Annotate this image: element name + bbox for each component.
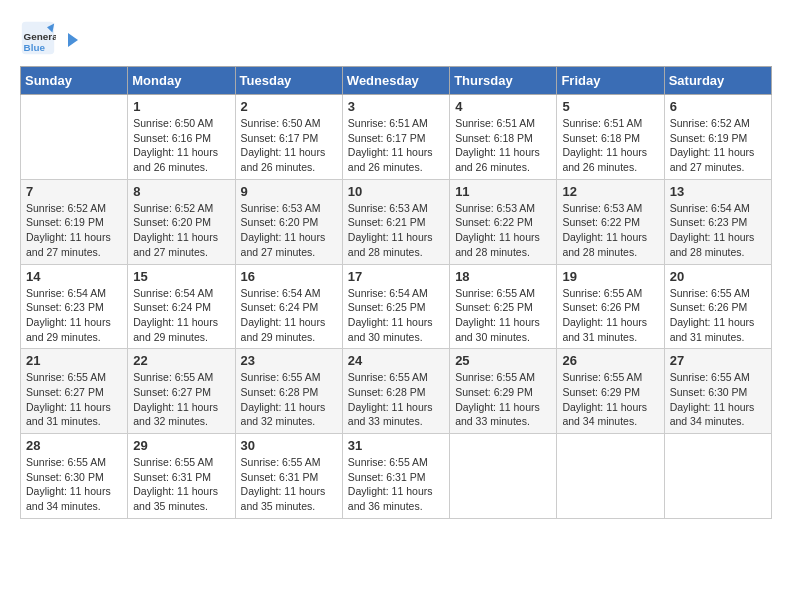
svg-text:General: General [24, 31, 56, 42]
day-cell: 26Sunrise: 6:55 AM Sunset: 6:29 PM Dayli… [557, 349, 664, 434]
day-info: Sunrise: 6:50 AM Sunset: 6:17 PM Dayligh… [241, 116, 337, 175]
day-info: Sunrise: 6:55 AM Sunset: 6:29 PM Dayligh… [455, 370, 551, 429]
day-cell: 20Sunrise: 6:55 AM Sunset: 6:26 PM Dayli… [664, 264, 771, 349]
header-thursday: Thursday [450, 67, 557, 95]
day-cell: 22Sunrise: 6:55 AM Sunset: 6:27 PM Dayli… [128, 349, 235, 434]
day-cell: 31Sunrise: 6:55 AM Sunset: 6:31 PM Dayli… [342, 434, 449, 519]
day-cell: 23Sunrise: 6:55 AM Sunset: 6:28 PM Dayli… [235, 349, 342, 434]
logo: General Blue [20, 20, 80, 56]
day-info: Sunrise: 6:55 AM Sunset: 6:26 PM Dayligh… [670, 286, 766, 345]
day-cell: 12Sunrise: 6:53 AM Sunset: 6:22 PM Dayli… [557, 179, 664, 264]
day-info: Sunrise: 6:52 AM Sunset: 6:19 PM Dayligh… [26, 201, 122, 260]
day-cell: 15Sunrise: 6:54 AM Sunset: 6:24 PM Dayli… [128, 264, 235, 349]
day-number: 21 [26, 353, 122, 368]
day-cell [664, 434, 771, 519]
day-info: Sunrise: 6:54 AM Sunset: 6:24 PM Dayligh… [133, 286, 229, 345]
day-number: 29 [133, 438, 229, 453]
day-cell: 11Sunrise: 6:53 AM Sunset: 6:22 PM Dayli… [450, 179, 557, 264]
page-header: General Blue [20, 20, 772, 56]
logo-icon: General Blue [20, 20, 56, 56]
day-info: Sunrise: 6:53 AM Sunset: 6:20 PM Dayligh… [241, 201, 337, 260]
day-info: Sunrise: 6:55 AM Sunset: 6:31 PM Dayligh… [348, 455, 444, 514]
day-cell: 27Sunrise: 6:55 AM Sunset: 6:30 PM Dayli… [664, 349, 771, 434]
day-number: 7 [26, 184, 122, 199]
day-info: Sunrise: 6:53 AM Sunset: 6:22 PM Dayligh… [455, 201, 551, 260]
day-info: Sunrise: 6:51 AM Sunset: 6:18 PM Dayligh… [562, 116, 658, 175]
day-number: 24 [348, 353, 444, 368]
day-number: 25 [455, 353, 551, 368]
day-number: 26 [562, 353, 658, 368]
calendar-header-row: SundayMondayTuesdayWednesdayThursdayFrid… [21, 67, 772, 95]
day-number: 1 [133, 99, 229, 114]
day-info: Sunrise: 6:55 AM Sunset: 6:26 PM Dayligh… [562, 286, 658, 345]
day-number: 14 [26, 269, 122, 284]
day-cell: 5Sunrise: 6:51 AM Sunset: 6:18 PM Daylig… [557, 95, 664, 180]
day-cell: 19Sunrise: 6:55 AM Sunset: 6:26 PM Dayli… [557, 264, 664, 349]
day-info: Sunrise: 6:52 AM Sunset: 6:20 PM Dayligh… [133, 201, 229, 260]
logo-arrow-icon [62, 31, 80, 49]
day-cell: 25Sunrise: 6:55 AM Sunset: 6:29 PM Dayli… [450, 349, 557, 434]
day-cell: 29Sunrise: 6:55 AM Sunset: 6:31 PM Dayli… [128, 434, 235, 519]
day-info: Sunrise: 6:53 AM Sunset: 6:21 PM Dayligh… [348, 201, 444, 260]
day-number: 31 [348, 438, 444, 453]
day-number: 20 [670, 269, 766, 284]
day-number: 2 [241, 99, 337, 114]
day-info: Sunrise: 6:53 AM Sunset: 6:22 PM Dayligh… [562, 201, 658, 260]
header-wednesday: Wednesday [342, 67, 449, 95]
day-cell: 2Sunrise: 6:50 AM Sunset: 6:17 PM Daylig… [235, 95, 342, 180]
day-info: Sunrise: 6:50 AM Sunset: 6:16 PM Dayligh… [133, 116, 229, 175]
day-info: Sunrise: 6:55 AM Sunset: 6:30 PM Dayligh… [670, 370, 766, 429]
day-cell: 17Sunrise: 6:54 AM Sunset: 6:25 PM Dayli… [342, 264, 449, 349]
day-cell [557, 434, 664, 519]
day-number: 27 [670, 353, 766, 368]
day-info: Sunrise: 6:54 AM Sunset: 6:23 PM Dayligh… [670, 201, 766, 260]
day-number: 13 [670, 184, 766, 199]
day-number: 12 [562, 184, 658, 199]
day-number: 3 [348, 99, 444, 114]
day-cell: 1Sunrise: 6:50 AM Sunset: 6:16 PM Daylig… [128, 95, 235, 180]
day-number: 5 [562, 99, 658, 114]
header-friday: Friday [557, 67, 664, 95]
day-number: 9 [241, 184, 337, 199]
day-cell: 16Sunrise: 6:54 AM Sunset: 6:24 PM Dayli… [235, 264, 342, 349]
day-info: Sunrise: 6:55 AM Sunset: 6:28 PM Dayligh… [241, 370, 337, 429]
svg-text:Blue: Blue [24, 42, 46, 53]
week-row-2: 7Sunrise: 6:52 AM Sunset: 6:19 PM Daylig… [21, 179, 772, 264]
day-number: 22 [133, 353, 229, 368]
day-number: 23 [241, 353, 337, 368]
header-sunday: Sunday [21, 67, 128, 95]
calendar-table: SundayMondayTuesdayWednesdayThursdayFrid… [20, 66, 772, 519]
day-cell: 6Sunrise: 6:52 AM Sunset: 6:19 PM Daylig… [664, 95, 771, 180]
day-cell: 13Sunrise: 6:54 AM Sunset: 6:23 PM Dayli… [664, 179, 771, 264]
day-number: 8 [133, 184, 229, 199]
day-info: Sunrise: 6:55 AM Sunset: 6:27 PM Dayligh… [26, 370, 122, 429]
day-info: Sunrise: 6:55 AM Sunset: 6:31 PM Dayligh… [241, 455, 337, 514]
day-info: Sunrise: 6:52 AM Sunset: 6:19 PM Dayligh… [670, 116, 766, 175]
day-info: Sunrise: 6:55 AM Sunset: 6:29 PM Dayligh… [562, 370, 658, 429]
day-cell: 28Sunrise: 6:55 AM Sunset: 6:30 PM Dayli… [21, 434, 128, 519]
svg-marker-3 [68, 33, 78, 47]
header-tuesday: Tuesday [235, 67, 342, 95]
day-number: 19 [562, 269, 658, 284]
day-info: Sunrise: 6:55 AM Sunset: 6:25 PM Dayligh… [455, 286, 551, 345]
day-number: 6 [670, 99, 766, 114]
day-cell: 24Sunrise: 6:55 AM Sunset: 6:28 PM Dayli… [342, 349, 449, 434]
week-row-1: 1Sunrise: 6:50 AM Sunset: 6:16 PM Daylig… [21, 95, 772, 180]
day-info: Sunrise: 6:55 AM Sunset: 6:31 PM Dayligh… [133, 455, 229, 514]
day-number: 18 [455, 269, 551, 284]
day-cell: 3Sunrise: 6:51 AM Sunset: 6:17 PM Daylig… [342, 95, 449, 180]
week-row-5: 28Sunrise: 6:55 AM Sunset: 6:30 PM Dayli… [21, 434, 772, 519]
day-cell [450, 434, 557, 519]
day-cell: 21Sunrise: 6:55 AM Sunset: 6:27 PM Dayli… [21, 349, 128, 434]
day-cell [21, 95, 128, 180]
day-info: Sunrise: 6:54 AM Sunset: 6:24 PM Dayligh… [241, 286, 337, 345]
day-info: Sunrise: 6:51 AM Sunset: 6:18 PM Dayligh… [455, 116, 551, 175]
day-number: 4 [455, 99, 551, 114]
week-row-4: 21Sunrise: 6:55 AM Sunset: 6:27 PM Dayli… [21, 349, 772, 434]
day-cell: 8Sunrise: 6:52 AM Sunset: 6:20 PM Daylig… [128, 179, 235, 264]
day-number: 16 [241, 269, 337, 284]
day-number: 28 [26, 438, 122, 453]
day-cell: 4Sunrise: 6:51 AM Sunset: 6:18 PM Daylig… [450, 95, 557, 180]
day-info: Sunrise: 6:54 AM Sunset: 6:25 PM Dayligh… [348, 286, 444, 345]
day-info: Sunrise: 6:55 AM Sunset: 6:27 PM Dayligh… [133, 370, 229, 429]
